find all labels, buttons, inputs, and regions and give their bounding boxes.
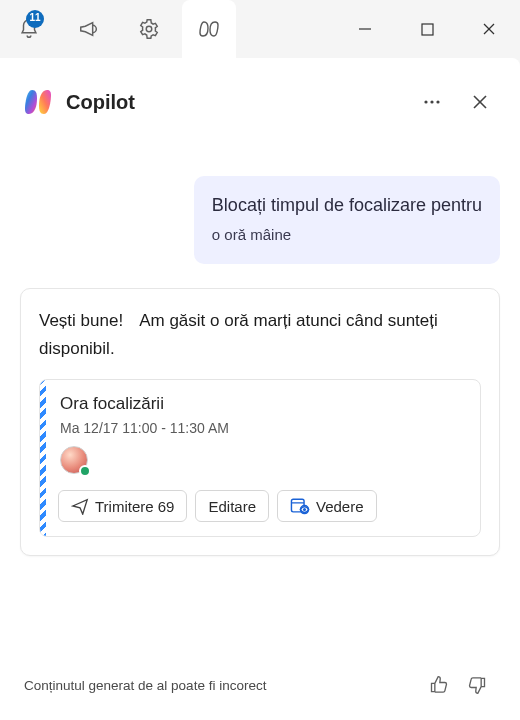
svg-point-7 [436, 100, 439, 103]
panel-footer: Conținutul generat de al poate fi incore… [20, 654, 500, 720]
user-message-line2: o oră mâine [212, 222, 482, 248]
send-button[interactable]: Trimitere 69 [58, 490, 187, 522]
svg-rect-2 [422, 24, 433, 35]
announcements-button[interactable] [62, 0, 116, 58]
send-icon [71, 497, 89, 515]
panel-header: Copilot [20, 78, 500, 146]
svg-point-0 [146, 26, 152, 32]
thumbs-down-button[interactable] [458, 668, 496, 702]
titlebar-left-group: 11 [0, 0, 236, 58]
panel-more-button[interactable] [414, 84, 450, 120]
view-button[interactable]: Vedere [277, 490, 377, 522]
copilot-logo-icon [22, 86, 54, 118]
window-close-button[interactable] [458, 0, 520, 58]
presence-available-icon [79, 465, 91, 477]
thumbs-up-button[interactable] [420, 668, 458, 702]
svg-point-5 [424, 100, 427, 103]
svg-point-13 [303, 508, 306, 511]
gear-icon [138, 18, 160, 40]
window-controls [334, 0, 520, 58]
calendar-event-card[interactable]: Ora focalizării Ma 12/17 11:00 - 11:30 A… [39, 379, 481, 537]
panel-title: Copilot [66, 91, 402, 114]
thumbs-down-icon [467, 675, 487, 695]
notifications-badge: 11 [26, 10, 44, 28]
window-titlebar: 11 [0, 0, 520, 58]
event-title: Ora focalizării [60, 394, 466, 414]
event-time: Ma 12/17 11:00 - 11:30 AM [60, 420, 466, 436]
copilot-panel: Copilot Blocați timpul de focalizare pen… [0, 58, 520, 720]
assistant-response-card: Vești bune! Am găsit o oră marți atunci … [20, 288, 500, 556]
attendee-avatar[interactable] [60, 446, 90, 476]
view-button-label: Vedere [316, 498, 364, 515]
edit-button-label: Editare [208, 498, 256, 515]
event-action-row: Trimitere 69 Editare Vedere [58, 490, 466, 522]
event-color-stripe [40, 380, 46, 536]
minimize-button[interactable] [334, 0, 396, 58]
thumbs-up-icon [429, 675, 449, 695]
more-icon [423, 93, 441, 111]
maximize-button[interactable] [396, 0, 458, 58]
megaphone-icon [78, 18, 100, 40]
calendar-eye-icon [290, 497, 310, 515]
assistant-response-text: Vești bune! Am găsit o oră marți atunci … [39, 307, 481, 363]
ai-disclaimer-text: Conținutul generat de al poate fi incore… [24, 678, 420, 693]
settings-button[interactable] [122, 0, 176, 58]
panel-close-button[interactable] [462, 84, 498, 120]
notifications-button[interactable]: 11 [2, 0, 56, 58]
close-icon [482, 22, 496, 36]
titlebar-spacer [236, 0, 334, 58]
maximize-icon [421, 23, 434, 36]
close-icon [472, 94, 488, 110]
user-message-line1: Blocați timpul de focalizare pentru [212, 192, 482, 218]
minimize-icon [358, 22, 372, 36]
svg-point-6 [430, 100, 433, 103]
user-message-bubble: Blocați timpul de focalizare pentru o or… [194, 176, 500, 264]
edit-button[interactable]: Editare [195, 490, 269, 522]
send-button-label: Trimitere 69 [95, 498, 174, 515]
copilot-tab-button[interactable] [182, 0, 236, 58]
copilot-icon [197, 17, 221, 41]
